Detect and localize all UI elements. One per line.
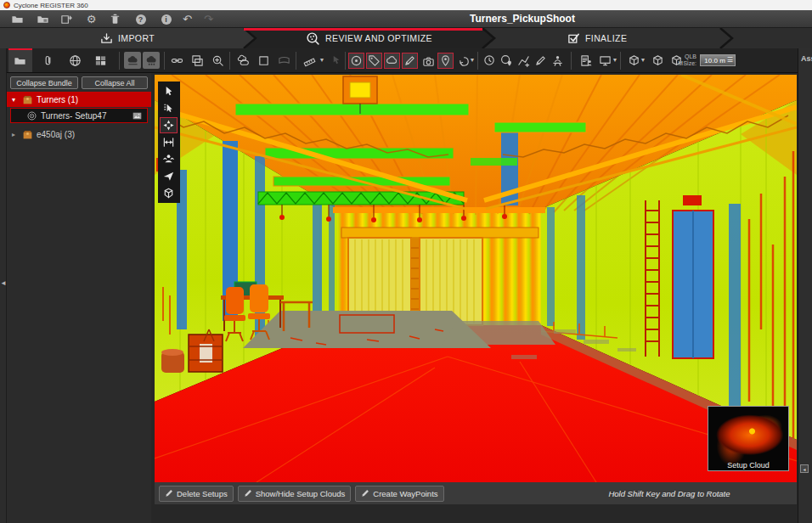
measure-dropdown-caret-icon[interactable]: ▼ <box>319 57 325 63</box>
tab-finalize[interactable]: FINALIZE <box>567 28 627 48</box>
title-bar: Cyclone REGISTER 360 <box>0 0 812 10</box>
ribbon-separator <box>571 52 572 70</box>
cloud-annotation-icon[interactable] <box>384 53 400 69</box>
create-waypoints-button[interactable]: Create WayPoints <box>355 486 443 502</box>
orbit-pan-tool[interactable] <box>160 117 178 133</box>
delete-setups-button[interactable]: Delete Setups <box>159 486 234 502</box>
tab-import-label: IMPORT <box>118 33 155 43</box>
panorama-icon[interactable] <box>275 52 293 70</box>
qlb-size-input[interactable]: 10.0 m ☰ <box>700 54 736 66</box>
cube-box-icon[interactable] <box>649 52 667 70</box>
show-hide-setup-clouds-button[interactable]: Show/Hide Setup Clouds <box>238 486 352 502</box>
viewport-tool-palette <box>158 82 180 203</box>
pen-draw-icon[interactable] <box>532 52 550 70</box>
rotate-hint-text: Hold Shift Key and Drag to Rotate <box>584 482 754 504</box>
tree-item-turners-setup47[interactable]: Turners- Setup47 <box>10 108 148 123</box>
tree-item-label: Turners (1) <box>37 95 78 104</box>
tree-item-e450aj-bundle[interactable]: ▸ e450aj (3) <box>7 127 151 142</box>
project-folder-tab-icon[interactable] <box>11 52 29 70</box>
ribbon-separator <box>164 52 165 70</box>
cube-view-tool[interactable] <box>160 185 178 201</box>
tree-expand-caret-icon[interactable]: ▾ <box>12 96 19 104</box>
ribbon-separator <box>119 52 120 70</box>
show-hide-setup-clouds-label: Show/Hide Setup Clouds <box>256 489 346 498</box>
collapse-bundle-button[interactable]: Collapse Bundle <box>10 76 78 89</box>
help-icon[interactable]: ? <box>133 12 148 26</box>
globe-sites-icon[interactable] <box>66 52 84 70</box>
tree-item-turners-bundle[interactable]: ▾ Turners (1) <box>7 92 151 107</box>
sidebar-collapse-arrow-icon[interactable]: ◄ <box>0 279 7 287</box>
tree-collapsed-caret-icon[interactable]: ▸ <box>12 131 19 138</box>
panoramic-view-tool[interactable] <box>160 151 178 167</box>
assets-panel-collapsed[interactable]: Assets ◂ <box>798 48 812 523</box>
tag-annotation-icon[interactable] <box>366 53 382 69</box>
ribbon-separator <box>296 52 296 70</box>
left-collapse-strip: ◄ <box>0 48 7 523</box>
polyline-add-icon[interactable] <box>515 52 533 70</box>
zoom-region-icon[interactable] <box>209 52 227 70</box>
cloud-pair-icon[interactable] <box>234 52 252 70</box>
import-project-icon[interactable] <box>36 12 50 26</box>
overlap-windows-icon[interactable] <box>189 52 206 70</box>
finalize-checkbox-icon <box>567 32 580 45</box>
tab-import[interactable]: IMPORT <box>100 28 155 48</box>
location-pin-icon[interactable] <box>437 53 454 69</box>
delete-setups-label: Delete Setups <box>177 489 228 498</box>
measure-distance-tool[interactable] <box>160 134 178 150</box>
square-select-icon[interactable] <box>255 52 273 70</box>
settings-gear-icon[interactable]: ⚙ <box>84 12 99 26</box>
paperclip-links-icon[interactable] <box>39 52 57 70</box>
thumbnail-collage-icon[interactable] <box>92 52 110 70</box>
window-title: Cyclone REGISTER 360 <box>14 2 88 9</box>
point-cloud-scene <box>155 75 797 482</box>
select-area-tool[interactable] <box>160 100 178 116</box>
bundle-icon <box>22 94 33 105</box>
setup-cloud-thumbnail[interactable]: Setup Cloud <box>708 406 789 471</box>
qlb-slider-grip-icon[interactable]: ☰ <box>727 57 733 64</box>
create-waypoints-label: Create WayPoints <box>373 489 437 498</box>
info-icon[interactable]: i <box>159 12 173 26</box>
ribbon-separator <box>229 52 230 70</box>
collapse-all-button[interactable]: Collapse All <box>82 76 148 89</box>
report-person-icon[interactable] <box>578 52 595 70</box>
tab-finalize-label: FINALIZE <box>585 33 627 43</box>
ribbon-separator <box>477 52 478 70</box>
cyclone-register-360-window: { "window": { "title": "Cyclone REGISTER… <box>0 0 812 523</box>
setup-cloud-view-1-icon[interactable] <box>124 52 141 69</box>
globe-pin-icon[interactable] <box>498 52 516 70</box>
globe-clock-icon[interactable] <box>481 52 499 70</box>
storage-icon[interactable] <box>108 12 122 26</box>
export-icon[interactable] <box>59 12 74 26</box>
tree-item-label: e450aj (3) <box>37 130 75 139</box>
cube-dropdown-caret-icon[interactable]: ▼ <box>640 57 646 63</box>
tab-review-and-optimize[interactable]: REVIEW AND OPTIMIZE <box>306 28 432 48</box>
show-hide-setup-clouds-icon <box>244 488 253 499</box>
undo-icon[interactable]: ↶ <box>180 12 195 26</box>
swirl-dropdown-caret-icon[interactable]: ▼ <box>469 57 476 63</box>
point-cloud-viewport[interactable]: Setup Cloud <box>155 75 797 482</box>
select-cursor-tool[interactable] <box>160 83 178 99</box>
cursor-pin-icon[interactable] <box>328 52 346 70</box>
screen-dropdown-caret-icon[interactable]: ▼ <box>612 57 618 63</box>
person-setup-icon[interactable] <box>549 52 567 70</box>
setup-cloud-preview-image <box>710 408 787 469</box>
create-waypoints-icon <box>361 488 370 499</box>
active-ribbon-tab-marker <box>8 48 32 50</box>
main-toolbar: ⚙ ? i ↶ ↷ Turners_PickupShoot <box>0 10 812 28</box>
open-project-icon[interactable] <box>10 12 25 26</box>
camera-snapshot-icon[interactable] <box>420 53 437 70</box>
redo-icon[interactable]: ↷ <box>201 12 216 26</box>
setup-cloud-label: Setup Cloud <box>708 461 788 470</box>
assets-panel-label[interactable]: Assets <box>801 54 812 63</box>
measure-ruler-icon[interactable] <box>301 52 319 70</box>
panel-toggle-icon[interactable]: ◂ <box>800 464 809 473</box>
image-thumbnail-badge-icon[interactable] <box>131 111 144 121</box>
link-icon[interactable] <box>168 52 186 70</box>
fly-navigate-tool[interactable] <box>160 168 178 184</box>
delete-setups-icon <box>165 488 174 499</box>
pen-markup-icon[interactable] <box>402 53 418 69</box>
setup-cloud-view-2-icon[interactable] <box>143 52 160 69</box>
bundle-icon <box>22 129 33 140</box>
target-tool-icon[interactable] <box>348 53 364 69</box>
ribbon-separator <box>620 52 621 70</box>
